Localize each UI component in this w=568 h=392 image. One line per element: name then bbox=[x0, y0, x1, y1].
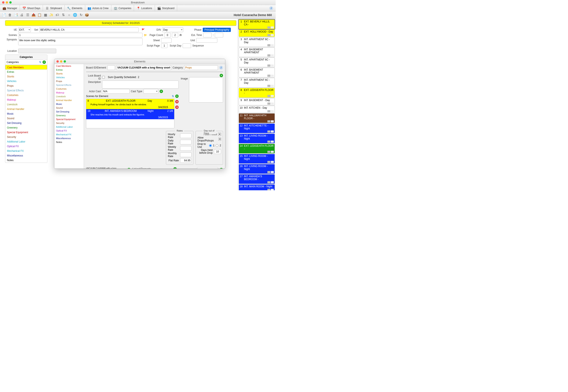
add-blackout-button[interactable]: + bbox=[220, 168, 223, 168]
rate-flat-rate[interactable] bbox=[180, 158, 192, 163]
set-input[interactable] bbox=[39, 28, 139, 32]
category-stunts[interactable]: Stunts bbox=[54, 72, 84, 75]
add-scene-button[interactable]: + bbox=[175, 95, 179, 98]
strip-2[interactable]: 2EXT. HOLLYWOOD - Day bbox=[239, 30, 275, 37]
strip-18[interactable]: 18INT. MAIN ROOM - Night bbox=[239, 184, 275, 190]
scene-row[interactable]: 19INT. AMANDA'S BEDROOMNight2 1/8 bbox=[86, 109, 174, 113]
box-icon[interactable]: 📦 bbox=[84, 13, 89, 17]
description-input[interactable] bbox=[102, 81, 179, 89]
category-makeup[interactable]: Makeup bbox=[54, 91, 84, 95]
remove-scene-1-button[interactable]: ✕ bbox=[175, 100, 179, 103]
tab-elements[interactable]: 🔧Elements bbox=[65, 5, 85, 11]
wand-icon[interactable]: ✨ bbox=[49, 13, 54, 17]
actorcast-input[interactable] bbox=[102, 89, 130, 94]
category-stunts[interactable]: Stunts bbox=[5, 74, 47, 79]
grid-icon[interactable]: ▦ bbox=[43, 13, 48, 17]
esttime-h[interactable] bbox=[203, 33, 212, 37]
sort-icon[interactable]: ⇅ bbox=[61, 13, 66, 17]
strip-5[interactable]: 5INT. APARTMENT 6C - Day bbox=[239, 57, 275, 67]
category-special-effects[interactable]: Special Effects bbox=[5, 88, 47, 93]
casttype-select[interactable] bbox=[143, 89, 158, 94]
category-miscellaneous[interactable]: Miscellaneous bbox=[5, 153, 47, 158]
pagecount-b[interactable] bbox=[172, 33, 178, 37]
dn-select[interactable]: Day bbox=[162, 28, 183, 32]
ie-select[interactable]: EXT. bbox=[18, 28, 31, 32]
category-props[interactable]: Props bbox=[54, 79, 84, 83]
category-optical-fx[interactable]: Optical FX bbox=[5, 144, 47, 149]
strip-6[interactable]: 6INT. BASEMENT APARTMENT bbox=[239, 68, 275, 77]
strip-17[interactable]: 17INT. AMANDA'S BEDROOM - bbox=[239, 174, 275, 184]
category-optical-fx[interactable]: Optical FX bbox=[54, 129, 84, 133]
phase-value[interactable]: Principal Photography bbox=[203, 28, 231, 32]
sort-scenes-icon[interactable]: ⇅ bbox=[172, 95, 174, 98]
category-costumes[interactable]: Costumes bbox=[54, 87, 84, 91]
category-additional-labor[interactable]: Additional Labor bbox=[54, 125, 84, 129]
strip-7[interactable]: 7INT. APARTMENT 6C - Day bbox=[239, 78, 275, 87]
rate-hourly-rate[interactable] bbox=[180, 133, 192, 138]
modal-tab-art-gallery[interactable]: Art Gallery bbox=[141, 72, 168, 72]
scene-row[interactable]: 8EXT. LEDGE/6TH FLOORDay0 3/8 bbox=[86, 99, 174, 103]
tab-actors-crew[interactable]: 👥Actors & Crew bbox=[85, 5, 111, 11]
tab-stripboard[interactable]: ☰Stripboard bbox=[43, 5, 65, 11]
strip-14[interactable]: 14EXT. LEDGE/4TH FLOOR - bbox=[239, 144, 275, 154]
category-animal-handler[interactable]: Animal Handler bbox=[54, 98, 84, 102]
filter-icon[interactable]: ○ bbox=[67, 13, 71, 17]
tag-icon[interactable]: 🏷 bbox=[55, 13, 60, 17]
category-music[interactable]: Music bbox=[54, 102, 84, 106]
category-cast-members[interactable]: Cast Members bbox=[5, 65, 47, 70]
category-greenery[interactable]: Greenery bbox=[5, 125, 47, 130]
remove-scene-2-button[interactable]: ✕ bbox=[175, 106, 179, 109]
refresh-icon[interactable]: ↻ bbox=[79, 13, 83, 17]
drop-radio-1[interactable] bbox=[209, 144, 212, 147]
sheet-icon[interactable]: 📋 bbox=[37, 13, 42, 17]
add-image-button[interactable]: + bbox=[220, 74, 223, 77]
blackout-dates-button[interactable]: Blackout Dates bbox=[197, 167, 218, 168]
category-set-dressing[interactable]: Set Dressing bbox=[5, 121, 47, 125]
category-livestock[interactable]: Livestock bbox=[54, 95, 84, 98]
rate-monthly-rate[interactable] bbox=[180, 153, 192, 157]
strip-10[interactable]: 10INT. KITCHEN - Day bbox=[239, 106, 275, 113]
list-icon[interactable]: ☰ bbox=[25, 13, 30, 17]
new-doc-icon[interactable]: 📄 bbox=[2, 13, 6, 17]
modal-tab-linked-elements[interactable]: Linked Elements bbox=[168, 72, 195, 72]
category-extras[interactable]: Extras bbox=[54, 68, 84, 72]
category-mechanical-fx[interactable]: Mechanical FX bbox=[54, 133, 84, 136]
info-icon[interactable]: i bbox=[269, 6, 273, 10]
drop-radio-2[interactable] bbox=[216, 144, 218, 147]
strip-13[interactable]: 13INT. LIVING ROOM - Night bbox=[239, 134, 275, 143]
strip-3[interactable]: 3INT. APARTMENT 6C - Day bbox=[239, 37, 275, 47]
board-id-input[interactable] bbox=[107, 65, 115, 70]
category-sound[interactable]: Sound bbox=[5, 116, 47, 121]
add-category-button[interactable]: + bbox=[42, 60, 46, 64]
scriptday-input[interactable] bbox=[183, 43, 191, 48]
location-input[interactable] bbox=[18, 49, 56, 53]
add-note-button[interactable]: + bbox=[127, 168, 131, 168]
category-security[interactable]: Security bbox=[54, 121, 84, 125]
lock-board-checkbox[interactable] bbox=[102, 76, 105, 79]
rate-weekly-rate[interactable] bbox=[180, 146, 192, 151]
rate-daily-rate[interactable] bbox=[180, 140, 192, 144]
add-linked-button[interactable]: + bbox=[173, 167, 177, 168]
tab-shoot-days[interactable]: 📅Shoot Days bbox=[20, 5, 43, 11]
category-greenery[interactable]: Greenery bbox=[54, 113, 84, 117]
strip-11[interactable]: 11INT. HALLWAY/4TH FLOOR - bbox=[239, 113, 275, 123]
allow-drops-toggle[interactable]: ✕ bbox=[219, 138, 221, 140]
category-makeup[interactable]: Makeup bbox=[5, 98, 47, 102]
scriptpage-input[interactable] bbox=[161, 43, 167, 48]
strip-12[interactable]: 12INT. KITCHENETTE - Night bbox=[239, 124, 275, 133]
sort-categories-icon[interactable]: ⇅ bbox=[39, 61, 41, 64]
category-extras[interactable]: Extras bbox=[5, 70, 47, 74]
category-miscellaneous[interactable]: Miscellaneous bbox=[54, 136, 84, 140]
scenes-table[interactable]: 8EXT. LEDGE/6TH FLOORDay0 3/8Pulling him… bbox=[86, 99, 174, 128]
strip-1[interactable]: 1EXT. BEVERLY HILLS, CA - bbox=[239, 19, 275, 29]
category-notes[interactable]: Notes bbox=[5, 158, 47, 163]
export-icon[interactable]: 📤 bbox=[31, 13, 36, 17]
folder-icon[interactable]: 📁 bbox=[144, 34, 147, 37]
strip-9[interactable]: 9INT. BASEMENT - Day bbox=[239, 98, 275, 105]
category-vehicles[interactable]: Vehicles bbox=[5, 79, 47, 84]
category-vehicles[interactable]: Vehicles bbox=[54, 75, 84, 79]
category-special-equipment[interactable]: Special Equipment bbox=[5, 130, 47, 135]
globe-icon[interactable]: 🌐 bbox=[73, 13, 77, 17]
image-box[interactable] bbox=[189, 77, 223, 103]
copy-icon[interactable]: 📑 bbox=[14, 13, 18, 17]
